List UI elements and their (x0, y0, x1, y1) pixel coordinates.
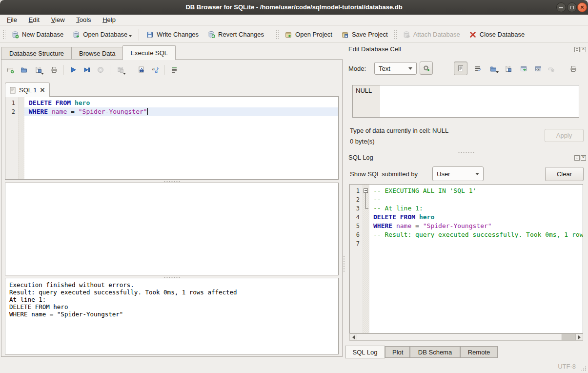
menubar: File Edit View Tools Help (0, 15, 588, 26)
close-window-button[interactable]: × (577, 2, 587, 12)
minimize-button[interactable] (556, 2, 566, 12)
main-vertical-splitter[interactable] (343, 254, 346, 273)
execution-output-pane[interactable]: Execution finished without errors.Result… (5, 278, 339, 354)
line-number: 7 (350, 239, 363, 248)
editor-line-2[interactable]: 2 WHERE name = "Spider-Youngster" (5, 107, 338, 116)
save-project-icon (341, 31, 349, 39)
open-project-icon (284, 31, 292, 39)
resize-grip[interactable] (581, 365, 587, 371)
text-mode-toggle-button[interactable] (454, 62, 467, 75)
revert-changes-button[interactable]: Revert Changes (203, 29, 268, 41)
menu-view[interactable]: View (46, 15, 70, 25)
menu-edit[interactable]: Edit (24, 15, 44, 25)
fold-collapse-icon[interactable] (364, 188, 368, 193)
tab-execute-sql[interactable]: Execute SQL (122, 45, 176, 60)
line-number: 2 (5, 107, 19, 116)
app-window: DB Browser for SQLite - /home/user/code/… (0, 0, 588, 373)
code-text: -- (369, 195, 583, 204)
scrollbar-thumb[interactable] (562, 334, 575, 340)
open-sql-file-button[interactable] (18, 63, 30, 76)
sql-log-float-button[interactable] (574, 155, 580, 161)
edit-cell-close-button[interactable]: × (581, 47, 586, 52)
cell-mode-select[interactable]: Text (374, 62, 417, 75)
editor-line-1[interactable]: 1 DELETE FROM hero (5, 99, 338, 107)
dock-tab-sql-log[interactable]: SQL Log (345, 346, 385, 358)
toolbar-drag-handle-2[interactable] (276, 30, 279, 40)
execute-all-button[interactable] (67, 63, 80, 76)
dock-splitter[interactable] (456, 151, 476, 153)
menu-tools[interactable]: Tools (71, 15, 96, 25)
sql-editor[interactable]: 1 DELETE FROM hero 2 WHERE name = "Spide… (5, 96, 339, 180)
output-line: DELETE FROM hero (9, 303, 334, 311)
clear-log-button[interactable]: Clear (545, 167, 584, 181)
import-cell-data-button[interactable] (487, 63, 501, 75)
import-dropdown-icon[interactable] (496, 71, 499, 73)
sql-log-close-button[interactable]: × (581, 155, 586, 161)
dock-tab-db-schema[interactable]: DB Schema (410, 346, 460, 358)
execute-sql-panel: aa SQL 1 ✕ 1 DELETE FROM hero 2 WHERE na… (1, 59, 343, 357)
new-database-button[interactable]: New Database (7, 29, 68, 41)
set-null-button[interactable] (545, 63, 557, 75)
close-database-button[interactable]: Close Database (465, 29, 529, 41)
tab-browse-data[interactable]: Browse Data (71, 47, 123, 60)
print-cell-button[interactable] (568, 63, 579, 75)
auto-switch-mode-button[interactable] (420, 62, 433, 75)
cell-size-info: 0 byte(s) (350, 138, 375, 145)
sql-log-view[interactable]: 1 -- EXECUTING ALL IN 'SQL 1' 2 -- 3 -- … (349, 184, 583, 333)
fold-margin[interactable] (363, 186, 369, 195)
log-line-2: 2 -- (350, 195, 583, 204)
log-line-7: 7 (350, 239, 583, 248)
sql-log-dock-title: SQL Log (348, 154, 373, 161)
cell-editor[interactable]: NULL (352, 85, 579, 118)
close-sql-tab-icon[interactable]: ✕ (40, 86, 45, 94)
toolbar-drag-handle-3[interactable] (394, 30, 397, 40)
apply-button[interactable]: Apply (545, 129, 584, 142)
copy-link-button[interactable] (532, 63, 544, 75)
code-text: -- Result: query executed successfully. … (369, 230, 583, 239)
save-sql-file-button[interactable] (31, 63, 47, 76)
output-line: Execution finished without errors. (9, 281, 334, 289)
menu-help[interactable]: Help (98, 15, 121, 25)
cell-word-wrap-button[interactable] (472, 63, 484, 75)
write-changes-label: Write Changes (157, 31, 199, 38)
output-line: At line 1: (9, 296, 334, 303)
dock-tab-plot[interactable]: Plot (385, 346, 410, 358)
code-text: DELETE FROM hero (369, 213, 583, 222)
tab-database-structure[interactable]: Database Structure (1, 47, 72, 60)
find-icon (138, 66, 145, 74)
execute-current-line-icon (83, 66, 91, 74)
stop-execution-button[interactable] (94, 63, 107, 76)
log-horizontal-scrollbar[interactable] (349, 333, 583, 341)
sql-editor-tab[interactable]: SQL 1 ✕ (5, 83, 50, 97)
sql-toolbar-separator (63, 65, 64, 75)
open-database-button[interactable]: Open Database (68, 29, 136, 41)
print-icon (569, 65, 577, 73)
log-filter-select[interactable]: User (432, 166, 484, 181)
write-changes-button[interactable]: Write Changes (142, 29, 203, 41)
word-wrap-icon (474, 65, 482, 73)
scroll-left-button[interactable] (350, 334, 357, 340)
edit-cell-float-button[interactable] (574, 47, 580, 52)
print-sql-button[interactable] (48, 63, 61, 76)
export-cell-data-button[interactable] (503, 63, 514, 75)
close-database-icon (469, 31, 477, 39)
find-in-sql-button[interactable] (135, 63, 148, 76)
results-grid[interactable] (5, 183, 339, 275)
menu-file[interactable]: File (2, 15, 22, 25)
execute-current-line-button[interactable] (81, 63, 93, 76)
auto-complete-button[interactable]: aa (149, 63, 162, 76)
open-database-dropdown-icon[interactable] (129, 35, 132, 37)
dock-tab-remote[interactable]: Remote (460, 346, 498, 358)
toolbar-drag-handle[interactable] (2, 30, 5, 40)
attach-database-button[interactable]: Attach Database (398, 29, 465, 41)
maximize-button[interactable] (567, 2, 577, 12)
word-wrap-button[interactable] (168, 63, 181, 76)
new-sql-tab-button[interactable] (4, 63, 17, 76)
save-project-button[interactable]: Save Project (337, 29, 392, 41)
save-results-button[interactable] (113, 63, 129, 76)
open-project-button[interactable]: Open Project (280, 29, 337, 41)
save-sql-dropdown-icon[interactable] (41, 73, 44, 75)
scroll-right-button[interactable] (575, 334, 583, 340)
minimize-icon (559, 7, 563, 8)
open-in-external-app-button[interactable] (518, 63, 529, 75)
